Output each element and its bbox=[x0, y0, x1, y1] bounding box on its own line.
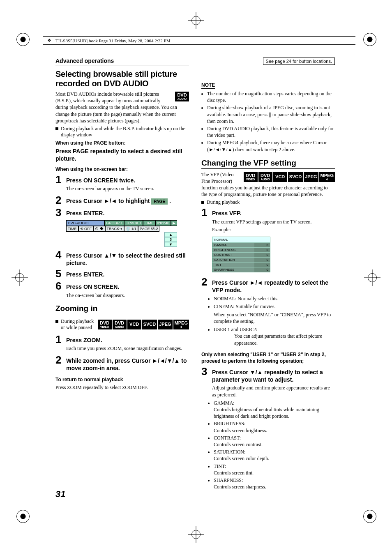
param-key: BRIGHTNESS: bbox=[214, 420, 335, 427]
registration-mark-icon bbox=[364, 269, 380, 286]
pager-value: 5 bbox=[164, 237, 177, 242]
badge-text: DVD bbox=[246, 173, 255, 178]
badge-dvd-audio: DVD AUDIO bbox=[175, 92, 189, 101]
badge-text: MPEG bbox=[175, 321, 188, 325]
intro-paragraph: Most DVD AUDIOs include browsable still … bbox=[55, 91, 189, 124]
format-badges: DVDVIDEODVDAUDIOVCDSVCDJPEGMPEG4 bbox=[244, 172, 335, 182]
vfp-step-3: 3 Press Cursor ▼/▲ repeatedly to select … bbox=[201, 366, 335, 492]
format-badge: DVDVIDEO bbox=[98, 320, 112, 329]
step-sub: The on-screen bar disappears. bbox=[66, 292, 189, 299]
mode-key: CINEMA: bbox=[214, 304, 235, 309]
param-desc: Controls screen color depth. bbox=[214, 455, 335, 462]
badge-subtext: VIDEO bbox=[100, 325, 109, 328]
vfp-table: GAMMA0BRIGHTNESS0CONTRAST0SATURATION0TIN… bbox=[212, 242, 270, 272]
file-header: ❖ TH-S8S5[USUB].book Page 31 Friday, May… bbox=[43, 36, 355, 45]
left-column: Advanced operations Selecting browsable … bbox=[55, 58, 189, 493]
vfp-value: 0 bbox=[254, 248, 270, 253]
crop-mark-icon bbox=[359, 29, 380, 49]
cursor-arrows-icon: ►/◄/▼/▲ bbox=[152, 357, 180, 364]
vfp-step-1: 1 Press VFP. The current VFP settings ap… bbox=[201, 207, 335, 234]
mode-note: When you select "NORMAL" or "CINEMA", pr… bbox=[214, 311, 335, 325]
play-icon: ▶ bbox=[171, 220, 177, 226]
registration-mark-icon bbox=[12, 269, 28, 286]
square-bullet-icon bbox=[55, 320, 58, 323]
badge-subtext: 4 bbox=[180, 325, 182, 328]
book-icon: ❖ bbox=[47, 38, 51, 43]
mode-val: Normally select this. bbox=[238, 296, 279, 302]
badge-text: DVD bbox=[177, 93, 187, 97]
param-desc: Controls brightness of neutral tints whi… bbox=[214, 406, 335, 419]
square-bullet-icon bbox=[55, 127, 58, 130]
text: Press Cursor bbox=[66, 252, 104, 259]
step-1: 1 Press ON SCREEN twice. The on-screen b… bbox=[55, 174, 189, 193]
step-title: While zoomed in, press Cursor ►/◄/▼/▲ to… bbox=[66, 357, 189, 372]
vfp-param: BRIGHTNESS bbox=[212, 248, 254, 253]
step-title: Press Cursor ►/◄ to highlight PAGE . bbox=[66, 197, 189, 205]
badge-text: SVCD bbox=[289, 175, 302, 179]
badge-text: DVD bbox=[115, 321, 124, 325]
badge-subtext: AUDIO bbox=[178, 97, 187, 100]
condition-item: During playback and while the B.S.P. ind… bbox=[55, 126, 189, 138]
osd-cell: TIME bbox=[66, 226, 78, 232]
when-label: When using the on-screen bar: bbox=[55, 166, 189, 173]
vfp-mode-header: NORMAL bbox=[212, 237, 270, 242]
condition-text: During playback or while paused bbox=[61, 318, 95, 331]
crop-mark-icon bbox=[12, 506, 33, 526]
vfp-value: 0 bbox=[254, 263, 270, 267]
page-number: 31 bbox=[55, 489, 65, 500]
osd-cell: PAGE 5/12 bbox=[138, 226, 159, 232]
section-header: Advanced operations bbox=[55, 58, 189, 65]
badge-subtext: AUDIO bbox=[115, 325, 124, 328]
param-desc: Controls screen sharpness. bbox=[214, 484, 335, 490]
param-key: SHARPNESS: bbox=[214, 477, 335, 484]
note-item: During DVD AUDIO playback, this feature … bbox=[207, 125, 335, 138]
step-number: 1 bbox=[55, 174, 64, 185]
step-5: 5 Press ENTER. bbox=[55, 268, 189, 279]
vfp-param: TINT bbox=[212, 263, 254, 267]
step-number: 5 bbox=[55, 268, 64, 279]
format-badge: MPEG4 bbox=[319, 172, 335, 182]
step-title: Press ON SCREEN. bbox=[66, 283, 189, 290]
step-title: Press Cursor ▲/▼ to select the desired s… bbox=[66, 252, 189, 267]
registration-mark-icon bbox=[188, 12, 204, 29]
step-4: 4 Press Cursor ▲/▼ to select the desired… bbox=[55, 249, 189, 267]
note-list: The number of the magnification steps va… bbox=[207, 90, 335, 153]
step-title: Press ENTER. bbox=[66, 271, 189, 278]
step-number: 2 bbox=[55, 195, 64, 205]
mode-val: You can adjust parameters that affect pi… bbox=[234, 333, 335, 346]
condition-text: During playback bbox=[207, 199, 240, 205]
file-header-text: TH-S8S5[USUB].book Page 31 Friday, May 2… bbox=[55, 38, 171, 43]
step-sub: Adjust gradually and confirm picture app… bbox=[212, 385, 335, 398]
format-badge: DVDVIDEO bbox=[244, 172, 258, 182]
text: Press Cursor bbox=[66, 198, 104, 204]
step-title: Press ENTER. bbox=[66, 210, 189, 217]
mode-key: NORMAL: bbox=[214, 296, 236, 302]
heading-browsable: Selecting browsable still picture record… bbox=[55, 69, 189, 88]
param-key: GAMMA: bbox=[214, 400, 335, 406]
cursor-arrows-icon: ▲/▼ bbox=[104, 252, 117, 259]
condition-heading: Only when selecting "USER 1" or "USER 2"… bbox=[201, 351, 335, 364]
mode-key: USER 1 and USER 2: bbox=[214, 327, 257, 332]
page-chip: PAGE bbox=[151, 198, 168, 205]
step-number: 2 bbox=[201, 276, 210, 287]
step-number: 3 bbox=[55, 207, 64, 218]
badge-text: DVD bbox=[100, 321, 109, 325]
step-number: 2 bbox=[55, 355, 64, 365]
step-number: 1 bbox=[55, 334, 64, 345]
format-badge: JPEG bbox=[158, 320, 172, 329]
step-number: 4 bbox=[55, 249, 64, 260]
step-title: Press Cursor ►/◄ repeatedly to select th… bbox=[212, 279, 335, 294]
param-desc: Controls screen brightness. bbox=[214, 427, 335, 434]
step-6: 6 Press ON SCREEN. The on-screen bar dis… bbox=[55, 281, 189, 299]
zoom-step-1: 1 Press ZOOM. Each time you press ZOOM, … bbox=[55, 334, 189, 353]
vfp-param: CONTRAST bbox=[212, 253, 254, 258]
osd-cell: ⟲ OFF bbox=[78, 226, 94, 232]
osd-cell: TRACK➔ bbox=[105, 226, 125, 232]
mode-item: NORMAL: Normally select this. bbox=[214, 295, 335, 302]
condition-item: During playback or while paused bbox=[55, 318, 95, 331]
cursor-arrows-icon: ►/◄ bbox=[250, 279, 263, 286]
page: ❖ TH-S8S5[USUB].book Page 31 Friday, May… bbox=[0, 0, 392, 555]
format-badges: DVD AUDIO bbox=[175, 92, 189, 101]
format-badge: SVCD bbox=[142, 320, 157, 329]
step-sub: The current VFP settings appear on the T… bbox=[212, 219, 335, 225]
